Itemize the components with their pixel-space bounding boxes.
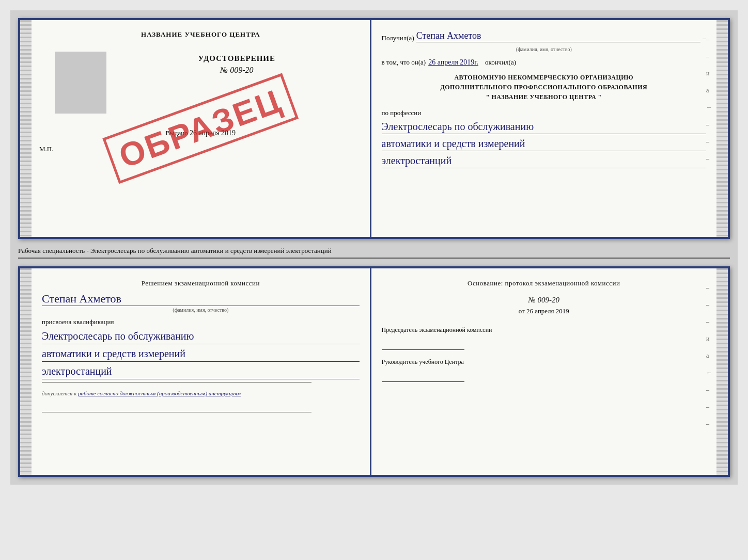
person-name-top: Степан Ахметов [416,30,700,42]
chairman-label: Председатель экзаменационной комиссии [382,326,706,334]
finished-label: окончил(а) [485,58,516,67]
qual-line2: автоматики и средств измерений [42,346,360,362]
director-sig-line [382,369,464,382]
bottom-left-binding [20,268,32,475]
right-binding-strip [716,20,728,237]
date-row: в том, что он(а) 26 апреля 2019г. окончи… [382,58,706,67]
school-name-top: НАЗВАНИЕ УЧЕБНОГО ЦЕНТРА [39,30,362,39]
org-line3: " НАЗВАНИЕ УЧЕБНОГО ЦЕНТРА " [382,92,706,102]
left-binding-strip [20,20,32,237]
protocol-date-value: 26 апреля 2019 [526,307,569,315]
qual-right-page: Основание: протокол экзаменационной коми… [371,268,716,475]
protocol-date: от 26 апреля 2019 [382,307,706,315]
protocol-date-prefix: от [519,307,525,315]
qual-name-sublabel: (фамилия, имя, отчество) [42,307,360,313]
allowed-label-text: допускается к [42,390,76,396]
issued-date: 26 апреля 2019 [190,129,236,137]
profession-line1: Электрослесарь по обслуживанию [382,119,706,134]
received-label: Получил(а) [382,34,414,42]
chairman-sig-line [382,337,464,350]
name-sublabel-top: (фамилия, имя, отчество) [382,46,706,52]
right-dashes-bottom: – – – и а ← – – – [706,284,712,428]
cert-title: УДОСТОВЕРЕНИЕ [112,54,362,63]
cert-issued: Выдано 26 апреля 2019 [39,129,362,137]
cert-right-page: Получил(а) Степан Ахметов – (фамилия, им… [371,20,716,237]
bottom-right-binding [716,268,728,475]
protocol-number: № 009-20 [382,296,706,305]
profession-line3: электростанций [382,153,706,168]
cert-mp: М.П. [39,145,362,153]
issued-label: Выдано [165,129,188,137]
cert-number: № 009-20 [112,66,362,75]
qual-person-name: Степан Ахметов [42,292,360,306]
allowed-cursive: работе согласно должностным (производств… [78,390,241,396]
qual-line1: Электрослесарь по обслуживанию [42,328,360,344]
director-label: Руководитель учебного Центра [382,358,706,366]
inthat-prefix: в том, что он(а) [382,58,426,67]
profession-label: по профессии [382,109,422,117]
qual-line3: электростанций [42,363,360,379]
cert-date-value: 26 апреля 2019г. [428,58,478,67]
page-wrapper: НАЗВАНИЕ УЧЕБНОГО ЦЕНТРА УДОСТОВЕРЕНИЕ №… [10,10,738,485]
photo-placeholder [55,52,106,114]
org-line1: АВТОНОМНУЮ НЕКОММЕРЧЕСКУЮ ОРГАНИЗАЦИЮ [382,73,706,83]
cert-left-page: НАЗВАНИЕ УЧЕБНОГО ЦЕНТРА УДОСТОВЕРЕНИЕ №… [32,20,371,237]
basis-title: Основание: протокол экзаменационной коми… [382,279,706,288]
qualification-booklet: Решением экзаменационной комиссии Степан… [18,266,730,477]
assigned-label: присвоена квалификация [42,318,360,326]
right-dashes: – – и а ← – – – [706,36,712,163]
specialty-label: Рабочая специальность - Электрослесарь п… [18,244,730,259]
allowed-row: допускается к работе согласно должностны… [42,390,360,396]
org-line2: ДОПОЛНИТЕЛЬНОГО ПРОФЕССИОНАЛЬНОГО ОБРАЗО… [382,83,706,92]
received-row: Получил(а) Степан Ахметов – [382,30,706,42]
certificate-booklet: НАЗВАНИЕ УЧЕБНОГО ЦЕНТРА УДОСТОВЕРЕНИЕ №… [18,18,730,239]
decision-title: Решением экзаменационной комиссии [42,279,360,288]
director-block: Руководитель учебного Центра [382,358,706,382]
profession-block: по профессии Электрослесарь по обслужива… [382,109,706,168]
chairman-block: Председатель экзаменационной комиссии [382,326,706,350]
profession-line2: автоматики и средств измерений [382,136,706,151]
org-block: АВТОНОМНУЮ НЕКОММЕРЧЕСКУЮ ОРГАНИЗАЦИЮ ДО… [382,73,706,103]
qual-left-page: Решением экзаменационной комиссии Степан… [32,268,371,475]
